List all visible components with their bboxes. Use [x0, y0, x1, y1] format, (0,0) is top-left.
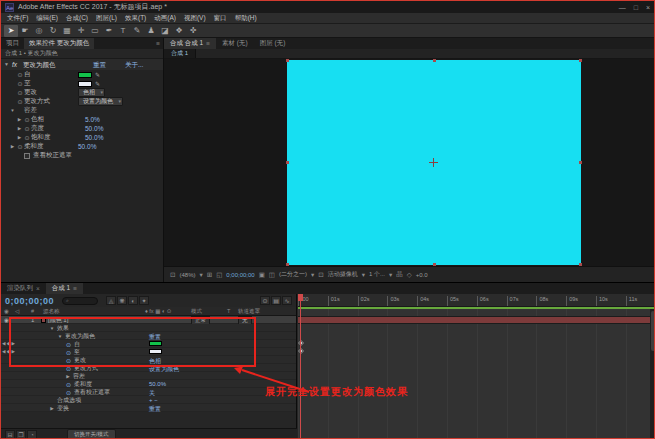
pixel-aspect-icon[interactable]: 品	[396, 270, 403, 279]
eyedropper-icon[interactable]: ✎	[95, 71, 100, 78]
frame-blending-icon[interactable]: ◐	[128, 296, 138, 305]
eyedropper-icon[interactable]: ✎	[95, 80, 100, 87]
stopwatch-icon[interactable]: ⊙	[23, 125, 31, 132]
stopwatch-icon[interactable]: ⊙	[65, 357, 72, 364]
transform-handle[interactable]	[286, 59, 289, 62]
resolution-value[interactable]: (二分之一)	[279, 270, 307, 279]
shape-tool[interactable]: ▭	[88, 25, 102, 37]
stopwatch-icon[interactable]: ⊙	[16, 143, 24, 150]
keyframe-navigator[interactable]: ◀ ◆ ▶	[2, 349, 15, 354]
snapshot-icon[interactable]: ▣	[259, 271, 265, 279]
expand-layer-switches-icon[interactable]: ⊟	[5, 430, 15, 439]
current-time-indicator[interactable]	[300, 294, 301, 439]
camera-tool[interactable]: ▦	[60, 25, 74, 37]
preview-timecode[interactable]: 0;00;00;00	[226, 272, 254, 278]
selection-tool[interactable]: ➤	[4, 25, 18, 37]
stopwatch-icon[interactable]: ⊙	[23, 134, 31, 141]
toggle-switches-modes-button[interactable]: 切换开关/模式	[67, 429, 116, 439]
dropdown-select[interactable]: 设置为颜色	[78, 97, 123, 106]
transform-handle[interactable]	[433, 59, 436, 62]
reset-button[interactable]: 重置	[149, 405, 161, 414]
rotate-tool[interactable]: ↻	[46, 25, 60, 37]
menu-item-3[interactable]: 图层(L)	[92, 14, 121, 23]
twirl-icon[interactable]: ▶	[65, 374, 71, 379]
view-layout-dropdown-icon[interactable]: ▾	[389, 271, 392, 279]
anchor-point-icon[interactable]	[429, 158, 438, 167]
stopwatch-icon[interactable]: ⊙	[16, 80, 24, 87]
about-button[interactable]: 关于...	[125, 61, 143, 70]
menu-item-5[interactable]: 动画(A)	[150, 14, 180, 23]
twirl-icon[interactable]: ▶	[49, 406, 55, 411]
exposure-value[interactable]: +0.0	[416, 272, 428, 278]
zoom-tool[interactable]: ◎	[32, 25, 46, 37]
source-name-column[interactable]: 源名称	[43, 308, 60, 315]
magnification-dropdown-icon[interactable]: ▾	[199, 271, 202, 279]
comp-subtab[interactable]: 合成 1	[164, 49, 196, 58]
reset-button[interactable]: 重置	[93, 61, 106, 70]
stopwatch-icon[interactable]: ⊙	[65, 389, 72, 396]
property-value[interactable]: 50.0%	[85, 134, 103, 141]
panel-menu-icon[interactable]: ≡	[206, 40, 210, 47]
camera-dropdown-icon[interactable]: ▾	[362, 271, 365, 279]
current-time-display[interactable]: 0;00;00;00	[5, 296, 54, 306]
transform-handle[interactable]	[286, 161, 289, 164]
menu-item-4[interactable]: 效果(T)	[121, 14, 150, 23]
tab-composition[interactable]: 合成 合成 1 ≡	[164, 38, 216, 49]
pen-tool[interactable]: ✒	[102, 25, 116, 37]
stopwatch-icon[interactable]: ⊙	[16, 89, 24, 96]
menu-item-8[interactable]: 帮助(H)	[231, 14, 261, 23]
twirl-icon[interactable]: ▶	[16, 135, 23, 140]
time-ruler[interactable]: :0001s02s03s04s05s06s07s08s09s10s11s	[298, 294, 655, 307]
menu-item-7[interactable]: 窗口	[210, 14, 231, 23]
twirl-icon[interactable]: ▼	[9, 108, 16, 113]
menu-item-2[interactable]: 合成(C)	[62, 14, 92, 23]
roto-brush-tool[interactable]: ❖	[172, 25, 186, 37]
twirl-icon[interactable]: ▼	[57, 334, 63, 339]
pan-behind-tool[interactable]: ✛	[74, 25, 88, 37]
exposure-icon[interactable]: ◇	[407, 271, 412, 279]
view-correction-matte-checkbox[interactable]	[24, 153, 30, 159]
stopwatch-icon[interactable]: ⊙	[65, 341, 72, 348]
hide-shy-layers-icon[interactable]: ❋	[117, 296, 127, 305]
twirl-icon[interactable]: ▼	[4, 61, 9, 67]
fx-badge-icon[interactable]: fx	[12, 61, 17, 68]
property-value[interactable]: 50.0%	[149, 381, 166, 387]
minimize-button[interactable]: —	[619, 4, 626, 11]
twirl-icon[interactable]: ▼	[49, 326, 55, 331]
reset-button[interactable]: + −	[149, 397, 158, 403]
hand-tool[interactable]: ☛	[18, 25, 32, 37]
color-swatch[interactable]	[78, 72, 92, 78]
timeline-scrollbar[interactable]	[650, 309, 655, 439]
live-update-icon[interactable]: ⊙	[260, 296, 270, 305]
transform-handle[interactable]	[579, 59, 582, 62]
eye-icon[interactable]: ◉	[4, 317, 9, 323]
layer-switches-icon[interactable]: ▤	[271, 296, 281, 305]
panel-menu-icon[interactable]: ≡	[153, 38, 163, 49]
tab-layer[interactable]: 图层 (无)	[254, 38, 292, 49]
maximize-button[interactable]: □	[634, 4, 638, 11]
expand-transfer-controls-icon[interactable]: ❐	[16, 430, 26, 439]
mask-visibility-icon[interactable]: ◱	[216, 271, 222, 279]
menu-item-0[interactable]: 文件(F)	[3, 14, 32, 23]
color-swatch[interactable]	[149, 349, 162, 354]
timeline-track-area[interactable]	[298, 309, 655, 439]
color-swatch[interactable]	[78, 81, 92, 87]
stopwatch-icon[interactable]: ⊙	[65, 365, 72, 372]
graph-editor-icon[interactable]: ∿	[282, 296, 292, 305]
brush-tool[interactable]: ✎	[130, 25, 144, 37]
layer-duration-bar[interactable]	[298, 316, 655, 324]
stopwatch-icon[interactable]: ⊙	[23, 116, 31, 123]
motion-blur-icon[interactable]: ✦	[139, 296, 149, 305]
keyframe-navigator[interactable]: ◀ ◆ ▶	[2, 341, 15, 346]
menu-item-1[interactable]: 编辑(E)	[32, 14, 62, 23]
mode-column[interactable]: 模式	[191, 308, 202, 315]
twirl-icon[interactable]: ▶	[9, 144, 16, 149]
panel-menu-icon[interactable]: ≡	[73, 285, 77, 292]
property-value[interactable]: 5.0%	[85, 116, 100, 123]
layer-color-chip[interactable]	[41, 318, 46, 323]
tab-effect-controls[interactable]: 效果控件 更改为颜色	[24, 38, 94, 49]
stopwatch-icon[interactable]: ⊙	[65, 349, 72, 356]
tab-timeline-comp[interactable]: 合成 1 ≡	[46, 283, 83, 294]
solid-layer[interactable]	[287, 60, 581, 265]
type-tool[interactable]: T	[116, 25, 130, 37]
